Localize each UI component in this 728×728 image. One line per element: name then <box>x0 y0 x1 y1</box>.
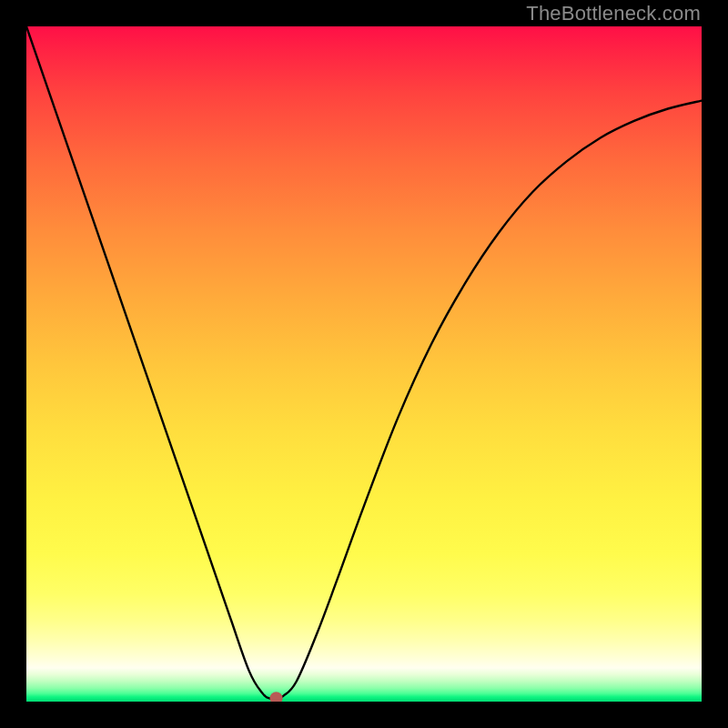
curve-layer <box>26 26 702 702</box>
minimum-marker <box>270 692 283 702</box>
chart-frame: TheBottleneck.com <box>0 0 728 728</box>
bottleneck-curve <box>26 26 702 699</box>
plot-area <box>26 26 702 702</box>
watermark-text: TheBottleneck.com <box>526 2 701 25</box>
